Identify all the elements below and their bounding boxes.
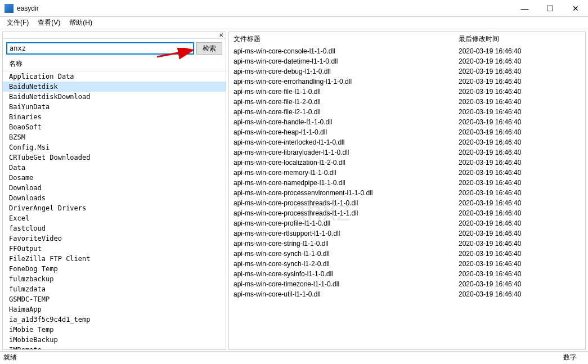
- search-button[interactable]: 检索: [196, 42, 222, 55]
- file-row[interactable]: api-ms-win-core-synch-l1-2-0.dll2020-03-…: [229, 259, 585, 269]
- file-mtime-cell: 2020-03-19 16:46:40: [454, 178, 585, 188]
- folder-item[interactable]: BaiYunData: [3, 102, 226, 112]
- folder-item[interactable]: ia_a1d3f5c9c4d1_temp: [3, 314, 226, 325]
- file-row[interactable]: api-ms-win-core-errorhandling-l1-1-0.dll…: [229, 77, 585, 87]
- panel-close-icon[interactable]: ✕: [218, 33, 225, 38]
- file-name-cell: api-ms-win-core-processenvironment-l1-1-…: [229, 188, 454, 198]
- file-row[interactable]: api-ms-win-core-string-l1-1-0.dll2020-03…: [229, 239, 585, 249]
- folder-item[interactable]: BZSM: [3, 132, 226, 142]
- folder-item[interactable]: Downloads: [3, 193, 226, 203]
- file-row[interactable]: api-ms-win-core-console-l1-1-0.dll2020-0…: [229, 46, 585, 56]
- file-row[interactable]: api-ms-win-core-heap-l1-1-0.dll2020-03-1…: [229, 127, 585, 137]
- window-title: easydir: [17, 5, 39, 12]
- file-table[interactable]: 文件标题 最后修改时间 api-ms-win-core-console-l1-1…: [229, 32, 585, 349]
- file-row[interactable]: api-ms-win-core-memory-l1-1-0.dll2020-03…: [229, 168, 585, 178]
- maximize-button[interactable]: ☐: [537, 0, 563, 17]
- folder-item[interactable]: fastcloud: [3, 223, 226, 233]
- file-name-cell: api-ms-win-core-synch-l1-1-0.dll: [229, 249, 454, 259]
- minimize-button[interactable]: —: [512, 0, 537, 17]
- folder-item[interactable]: Binaries: [3, 112, 226, 122]
- menu-view[interactable]: 查看(V): [33, 17, 65, 29]
- file-row[interactable]: api-ms-win-core-synch-l1-1-0.dll2020-03-…: [229, 249, 585, 259]
- file-name-cell: api-ms-win-core-file-l2-1-0.dll: [229, 107, 454, 117]
- folder-item[interactable]: FileZilla FTP Client: [3, 254, 226, 264]
- file-name-cell: api-ms-win-core-util-l1-1-0.dll: [229, 289, 454, 299]
- file-row[interactable]: api-ms-win-core-sysinfo-l1-1-0.dll2020-0…: [229, 269, 585, 279]
- folder-item[interactable]: IMRemote: [3, 345, 226, 349]
- file-row[interactable]: api-ms-win-core-handle-l1-1-0.dll2020-03…: [229, 117, 585, 127]
- right-panel: 文件标题 最后修改时间 api-ms-win-core-console-l1-1…: [228, 32, 586, 350]
- file-name-cell: api-ms-win-core-handle-l1-1-0.dll: [229, 117, 454, 127]
- folder-item[interactable]: Excel: [3, 213, 226, 223]
- folder-item[interactable]: iMobieBackup: [3, 335, 226, 345]
- file-row[interactable]: api-ms-win-core-debug-l1-1-0.dll2020-03-…: [229, 66, 585, 77]
- menu-file[interactable]: 文件(F): [2, 17, 33, 29]
- folder-item[interactable]: iMobie Temp: [3, 325, 226, 335]
- folder-item[interactable]: Config.Msi: [3, 142, 226, 152]
- folder-item[interactable]: FoneDog Temp: [3, 264, 226, 274]
- folder-item[interactable]: BaiduNetdisk: [3, 82, 226, 92]
- folder-item[interactable]: fulmzbackup: [3, 274, 226, 284]
- file-mtime-cell: 2020-03-19 16:46:40: [454, 289, 585, 299]
- menu-help[interactable]: 帮助(H): [65, 17, 97, 29]
- file-mtime-cell: 2020-03-19 16:46:40: [454, 208, 585, 218]
- folder-item[interactable]: DriverAngel Drivers: [3, 203, 226, 213]
- close-button[interactable]: ✕: [563, 0, 588, 17]
- folder-item[interactable]: CRTubeGet Downloaded: [3, 152, 226, 163]
- file-mtime-cell: 2020-03-19 16:46:40: [454, 198, 585, 208]
- file-mtime-cell: 2020-03-19 16:46:40: [454, 87, 585, 97]
- file-name-cell: api-ms-win-core-profile-l1-1-0.dll: [229, 218, 454, 228]
- folder-item[interactable]: BoaoSoft: [3, 122, 226, 132]
- file-name-cell: api-ms-win-core-processthreads-l1-1-1.dl…: [229, 208, 454, 218]
- file-row[interactable]: api-ms-win-core-file-l1-2-0.dll2020-03-1…: [229, 97, 585, 107]
- file-row[interactable]: api-ms-win-core-file-l2-1-0.dll2020-03-1…: [229, 107, 585, 117]
- folder-item[interactable]: Data: [3, 163, 226, 173]
- titlebar: easydir — ☐ ✕: [0, 0, 588, 17]
- file-row[interactable]: api-ms-win-core-namedpipe-l1-1-0.dll2020…: [229, 178, 585, 188]
- status-text: 就绪: [0, 353, 17, 362]
- file-mtime-cell: 2020-03-19 16:46:40: [454, 97, 585, 107]
- file-row[interactable]: api-ms-win-core-file-l1-1-0.dll2020-03-1…: [229, 87, 585, 97]
- file-row[interactable]: api-ms-win-core-rtlsupport-l1-1-0.dll202…: [229, 228, 585, 239]
- file-row[interactable]: api-ms-win-core-processthreads-l1-1-0.dl…: [229, 198, 585, 208]
- file-row[interactable]: api-ms-win-core-processthreads-l1-1-1.dl…: [229, 208, 585, 218]
- folder-list[interactable]: Application DataBaiduNetdiskBaiduNetdisk…: [3, 71, 226, 349]
- file-name-cell: api-ms-win-core-processthreads-l1-1-0.dl…: [229, 198, 454, 208]
- file-table-header: 文件标题 最后修改时间: [229, 32, 585, 46]
- file-mtime-cell: 2020-03-19 16:46:40: [454, 107, 585, 117]
- search-row: 检索: [3, 39, 226, 57]
- file-mtime-cell: 2020-03-19 16:46:40: [454, 46, 585, 56]
- folder-item[interactable]: FFOutput: [3, 244, 226, 254]
- folder-item[interactable]: FavoriteVideo: [3, 233, 226, 244]
- file-mtime-cell: 2020-03-19 16:46:40: [454, 269, 585, 279]
- column-mtime[interactable]: 最后修改时间: [454, 32, 585, 46]
- file-row[interactable]: api-ms-win-core-interlocked-l1-1-0.dll20…: [229, 137, 585, 147]
- file-row[interactable]: api-ms-win-core-libraryloader-l1-1-0.dll…: [229, 147, 585, 158]
- file-mtime-cell: 2020-03-19 16:46:40: [454, 147, 585, 158]
- file-row[interactable]: api-ms-win-core-util-l1-1-0.dll2020-03-1…: [229, 289, 585, 299]
- file-row[interactable]: api-ms-win-core-processenvironment-l1-1-…: [229, 188, 585, 198]
- search-input[interactable]: [6, 42, 194, 55]
- left-panel: ✕ 检索 名称 Application DataBaiduNetdiskBaid…: [2, 32, 226, 350]
- file-name-cell: api-ms-win-core-memory-l1-1-0.dll: [229, 168, 454, 178]
- folder-item[interactable]: Dosame: [3, 173, 226, 183]
- file-row[interactable]: api-ms-win-core-timezone-l1-1-0.dll2020-…: [229, 279, 585, 289]
- folder-item[interactable]: fulmzdata: [3, 284, 226, 294]
- file-mtime-cell: 2020-03-19 16:46:40: [454, 56, 585, 66]
- folder-item[interactable]: HaimaApp: [3, 304, 226, 314]
- folder-list-header: 名称: [3, 57, 226, 71]
- folder-item[interactable]: Application Data: [3, 71, 226, 82]
- file-row[interactable]: api-ms-win-core-localization-l1-2-0.dll2…: [229, 158, 585, 168]
- file-mtime-cell: 2020-03-19 16:46:40: [454, 239, 585, 249]
- file-mtime-cell: 2020-03-19 16:46:40: [454, 279, 585, 289]
- column-filename[interactable]: 文件标题: [229, 32, 454, 46]
- file-name-cell: api-ms-win-core-sysinfo-l1-1-0.dll: [229, 269, 454, 279]
- file-row[interactable]: api-ms-win-core-profile-l1-1-0.dll2020-0…: [229, 218, 585, 228]
- folder-item[interactable]: GSMDC-TEMP: [3, 294, 226, 304]
- file-row[interactable]: api-ms-win-core-datetime-l1-1-0.dll2020-…: [229, 56, 585, 66]
- file-mtime-cell: 2020-03-19 16:46:40: [454, 137, 585, 147]
- folder-item[interactable]: Download: [3, 183, 226, 193]
- file-name-cell: api-ms-win-core-synch-l1-2-0.dll: [229, 259, 454, 269]
- folder-item[interactable]: BaiduNetdiskDownload: [3, 92, 226, 102]
- file-name-cell: api-ms-win-core-string-l1-1-0.dll: [229, 239, 454, 249]
